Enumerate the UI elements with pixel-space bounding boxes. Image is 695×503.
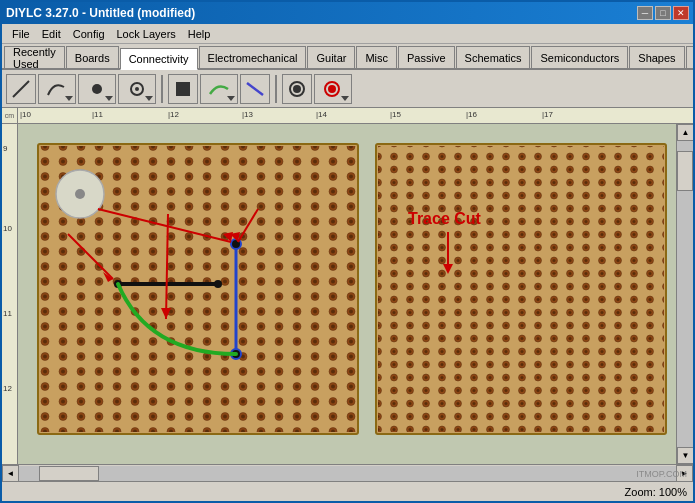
menu-file[interactable]: File <box>6 26 36 42</box>
dot-dropdown-arrow <box>105 96 113 101</box>
line-icon <box>11 79 31 99</box>
main-canvas-svg: Trace Cut <box>18 124 676 464</box>
vertical-ruler: 9 10 11 12 <box>2 124 18 464</box>
red-record-dropdown-arrow <box>341 96 349 101</box>
circle-dropdown-arrow <box>145 96 153 101</box>
app-title: DIYLC 3.27.0 - Untitled (modified) <box>6 6 195 20</box>
diagonal-icon <box>245 79 265 99</box>
ruler-h-10: |10 <box>20 110 31 119</box>
app-window: DIYLC 3.27.0 - Untitled (modified) ─ □ ✕… <box>0 0 695 503</box>
line-tool-button[interactable] <box>6 74 36 104</box>
curve-dropdown-arrow <box>65 96 73 101</box>
tab-passive[interactable]: Passive <box>398 46 455 68</box>
tab-connectivity[interactable]: Connectivity <box>120 48 198 70</box>
svg-point-3 <box>135 87 139 91</box>
wire-tool-button[interactable] <box>200 74 238 104</box>
ruler-h-11: |11 <box>92 110 103 119</box>
menu-edit[interactable]: Edit <box>36 26 67 42</box>
tab-semiconductors[interactable]: Semiconductors <box>531 46 628 68</box>
canvas-wrapper: cm |10 |11 |12 |13 |14 |15 |16 |17 9 10 <box>2 108 693 481</box>
ruler-h-17: |17 <box>542 110 553 119</box>
canvas-row: 9 10 11 12 <box>2 124 693 464</box>
scroll-up-button[interactable]: ▲ <box>677 124 693 141</box>
zoom-label: Zoom: <box>625 486 656 498</box>
tab-misc[interactable]: Misc <box>356 46 397 68</box>
tab-schematics[interactable]: Schematics <box>456 46 531 68</box>
minimize-button[interactable]: ─ <box>637 6 653 20</box>
scroll-hthumb[interactable] <box>39 466 99 481</box>
svg-point-1 <box>92 84 102 94</box>
trace-cut-label: Trace Cut <box>408 210 482 227</box>
svg-rect-21 <box>378 146 664 432</box>
diagonal-tool-button[interactable] <box>240 74 270 104</box>
svg-point-7 <box>293 85 301 93</box>
svg-line-0 <box>13 81 29 97</box>
ruler-h-14: |14 <box>316 110 327 119</box>
ruler-v-10: 10 <box>3 224 12 233</box>
ruler-v-12: 12 <box>3 384 12 393</box>
ruler-h-13: |13 <box>242 110 253 119</box>
menu-config[interactable]: Config <box>67 26 111 42</box>
canvas-area[interactable]: Trace Cut <box>18 124 676 464</box>
window-controls: ─ □ ✕ <box>637 6 689 20</box>
toolbar-separator-1 <box>161 75 163 103</box>
ruler-row: cm |10 |11 |12 |13 |14 |15 |16 |17 <box>2 108 693 124</box>
toolbar-separator-2 <box>275 75 277 103</box>
svg-point-9 <box>328 85 336 93</box>
tab-tubes[interactable]: Tubes <box>686 46 695 68</box>
tab-recently-used[interactable]: Recently Used <box>4 46 65 68</box>
ruler-h-15: |15 <box>390 110 401 119</box>
scroll-vtrack[interactable] <box>677 141 693 447</box>
ruler-h-16: |16 <box>466 110 477 119</box>
wire-dropdown-arrow <box>227 96 235 101</box>
tab-shapes[interactable]: Shapes <box>629 46 684 68</box>
tab-boards[interactable]: Boards <box>66 46 119 68</box>
tab-bar: Recently Used Boards Connectivity Electr… <box>2 44 693 70</box>
menu-lock-layers[interactable]: Lock Layers <box>111 26 182 42</box>
dot-tool-button[interactable] <box>78 74 116 104</box>
tab-electromechanical[interactable]: Electromechanical <box>199 46 307 68</box>
title-bar: DIYLC 3.27.0 - Untitled (modified) ─ □ ✕ <box>2 2 693 24</box>
zoom-value: 100% <box>659 486 687 498</box>
ruler-corner: cm <box>2 108 18 124</box>
red-record-tool-button[interactable] <box>314 74 352 104</box>
ruler-h-12: |12 <box>168 110 179 119</box>
status-bar: Zoom: 100% <box>2 481 693 501</box>
record-icon <box>287 79 307 99</box>
maximize-button[interactable]: □ <box>655 6 671 20</box>
ruler-v-11: 11 <box>3 309 12 318</box>
tab-guitar[interactable]: Guitar <box>307 46 355 68</box>
close-button[interactable]: ✕ <box>673 6 689 20</box>
scroll-vthumb[interactable] <box>677 151 693 191</box>
svg-point-28 <box>214 280 222 288</box>
horizontal-ruler: |10 |11 |12 |13 |14 |15 |16 |17 <box>18 108 693 124</box>
menu-help[interactable]: Help <box>182 26 217 42</box>
scroll-down-button[interactable]: ▼ <box>677 447 693 464</box>
rect-tool-button[interactable] <box>168 74 198 104</box>
horizontal-scrollbar[interactable]: ◄ ► <box>2 464 693 481</box>
watermark: ITMOP.COM <box>636 469 687 479</box>
svg-rect-4 <box>176 82 190 96</box>
curve-tool-button[interactable] <box>38 74 76 104</box>
content-area: cm |10 |11 |12 |13 |14 |15 |16 |17 9 10 <box>2 108 693 481</box>
svg-point-25 <box>75 189 85 199</box>
record-tool-button[interactable] <box>282 74 312 104</box>
vertical-scrollbar[interactable]: ▲ ▼ <box>676 124 693 464</box>
ruler-v-9: 9 <box>3 144 7 153</box>
circle-tool-button[interactable] <box>118 74 156 104</box>
toolbar <box>2 70 693 108</box>
menu-bar: File Edit Config Lock Layers Help <box>2 24 693 44</box>
scroll-left-button[interactable]: ◄ <box>2 465 19 482</box>
svg-line-5 <box>247 83 263 95</box>
rect-icon <box>173 79 193 99</box>
scroll-htrack[interactable] <box>19 466 676 481</box>
